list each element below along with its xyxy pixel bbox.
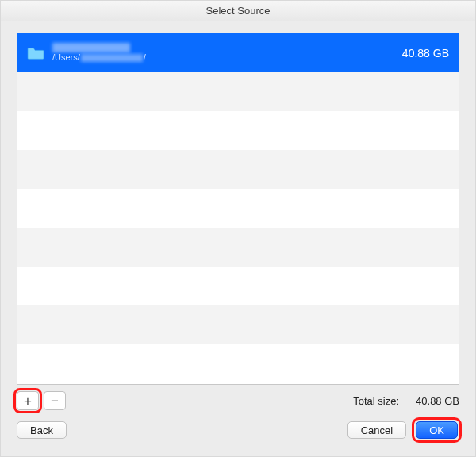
total-size-value: 40.88 GB (409, 395, 459, 407)
back-button[interactable]: Back (17, 421, 67, 439)
source-row-empty[interactable] (17, 267, 459, 305)
redacted-name (52, 43, 130, 52)
add-button[interactable]: + (17, 391, 39, 410)
ok-highlight: OK (414, 420, 459, 440)
source-path: /Users// (52, 52, 393, 63)
source-row[interactable]: /Users// 40.88 GB (17, 33, 459, 72)
source-row-empty[interactable] (17, 189, 459, 228)
remove-button[interactable]: − (44, 391, 66, 410)
dialog-buttons: Back Cancel OK (17, 420, 459, 440)
source-row-text: /Users// (52, 43, 393, 63)
source-row-empty[interactable] (17, 111, 459, 150)
folder-icon (27, 46, 44, 60)
cancel-button[interactable]: Cancel (347, 421, 406, 439)
window-title: Select Source (1, 1, 475, 21)
source-list[interactable]: /Users// 40.88 GB (17, 33, 459, 385)
source-name (52, 43, 393, 52)
source-row-empty[interactable] (17, 305, 459, 344)
footer-controls: + − Total size: 40.88 GB (17, 391, 459, 410)
source-row-empty[interactable] (17, 72, 459, 111)
total-size-label: Total size: (353, 395, 399, 407)
source-row-empty[interactable] (17, 228, 459, 267)
source-row-empty[interactable] (17, 150, 459, 189)
source-size: 40.88 GB (393, 47, 449, 60)
ok-button[interactable]: OK (416, 421, 458, 439)
redacted-path (81, 54, 143, 62)
